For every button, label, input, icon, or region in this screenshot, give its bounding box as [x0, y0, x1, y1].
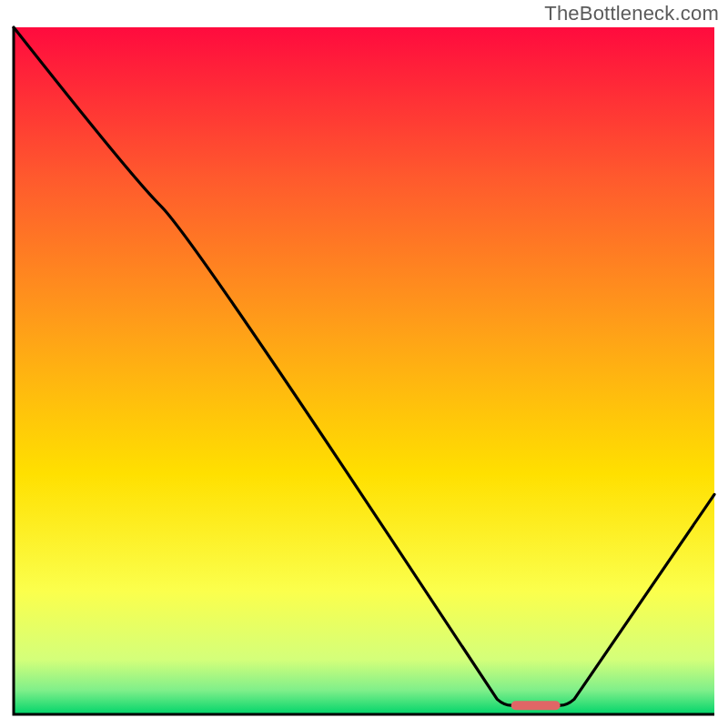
gradient-background — [14, 27, 714, 714]
chart-container: TheBottleneck.com — [0, 0, 728, 728]
optimal-range-marker — [511, 701, 561, 710]
chart-svg — [0, 0, 728, 728]
watermark-text: TheBottleneck.com — [544, 2, 719, 25]
